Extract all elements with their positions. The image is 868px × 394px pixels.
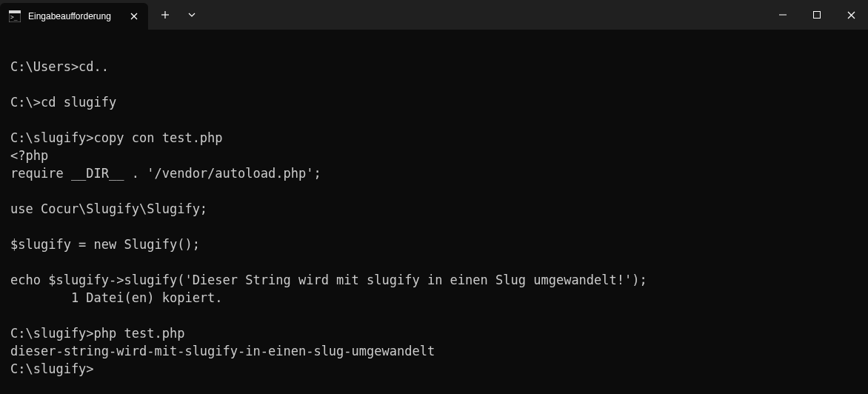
terminal-line: $slugify = new Slugify(); xyxy=(10,236,858,253)
terminal-line xyxy=(10,182,858,200)
terminal-line xyxy=(10,76,858,93)
terminal-line: C:\>cd slugify xyxy=(10,93,858,111)
terminal-line: dieser-string-wird-mit-slugify-in-einen-… xyxy=(10,342,858,360)
terminal-line: 1 Datei(en) kopiert. xyxy=(10,289,858,307)
svg-rect-8 xyxy=(814,12,821,19)
terminal-content[interactable]: C:\Users>cd.. C:\>cd slugify C:\slugify>… xyxy=(0,30,868,394)
tab-title: Eingabeaufforderung xyxy=(28,11,120,21)
terminal-line: require __DIR__ . '/vendor/autoload.php'… xyxy=(10,164,858,182)
titlebar-drag-area[interactable] xyxy=(209,0,766,30)
terminal-line xyxy=(10,111,858,129)
terminal-line xyxy=(10,307,858,324)
tab-active[interactable]: >_ Eingabeaufforderung xyxy=(0,3,148,30)
terminal-line: C:\slugify>php test.php xyxy=(10,324,858,342)
terminal-line xyxy=(10,253,858,271)
tab-dropdown-button[interactable] xyxy=(179,2,204,27)
window-controls xyxy=(766,0,868,30)
new-tab-button[interactable] xyxy=(153,2,178,27)
terminal-line: C:\slugify> xyxy=(10,360,858,378)
close-button[interactable] xyxy=(834,0,868,30)
titlebar-actions xyxy=(148,0,209,30)
tab-close-button[interactable] xyxy=(127,10,141,23)
terminal-line: echo $slugify->slugify('Dieser String wi… xyxy=(10,271,858,289)
terminal-line: C:\slugify>copy con test.php xyxy=(10,129,858,147)
terminal-line: use Cocur\Slugify\Slugify; xyxy=(10,200,858,218)
terminal-line xyxy=(10,40,858,58)
terminal-line: C:\Users>cd.. xyxy=(10,58,858,76)
cmd-icon: >_ xyxy=(9,10,21,22)
titlebar: >_ Eingabeaufforderung xyxy=(0,0,868,30)
minimize-button[interactable] xyxy=(766,0,800,30)
terminal-line: <?php xyxy=(10,147,858,164)
svg-rect-1 xyxy=(9,10,21,13)
svg-text:>_: >_ xyxy=(10,14,18,21)
terminal-line xyxy=(10,218,858,236)
maximize-button[interactable] xyxy=(800,0,834,30)
